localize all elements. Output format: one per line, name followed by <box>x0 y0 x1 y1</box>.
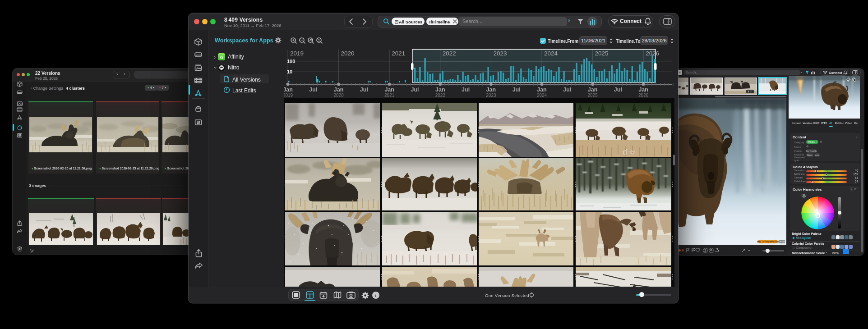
svg-text:Jul: Jul <box>462 87 470 93</box>
svg-text:Jan: Jan <box>638 87 648 93</box>
svg-text:HIGH: HIGH <box>780 241 785 243</box>
svg-text:2025: 2025 <box>587 93 598 98</box>
svg-text:Jan: Jan <box>486 87 496 93</box>
svg-text:2019: 2019 <box>284 93 293 98</box>
svg-text:Jul: Jul <box>309 87 317 93</box>
svg-text:2023: 2023 <box>493 50 507 57</box>
svg-text:2020: 2020 <box>333 93 344 98</box>
svg-text:2026: 2026 <box>638 93 649 98</box>
svg-text:100: 100 <box>287 59 295 64</box>
svg-text:Jan: Jan <box>537 87 547 93</box>
svg-text:2019: 2019 <box>290 50 304 57</box>
svg-text:2022: 2022 <box>443 50 456 57</box>
svg-text:Jan: Jan <box>334 87 344 93</box>
svg-text:Jul: Jul <box>563 87 571 93</box>
svg-text:a: a <box>220 54 223 59</box>
svg-text:Jan: Jan <box>284 87 293 93</box>
svg-text:Jan: Jan <box>384 87 394 93</box>
svg-text:2024: 2024 <box>537 93 547 98</box>
svg-text:10: 10 <box>287 69 292 74</box>
svg-text:2021: 2021 <box>392 50 405 57</box>
svg-text:2023: 2023 <box>486 93 496 98</box>
svg-text:2025: 2025 <box>595 50 609 57</box>
svg-text:3 ♡: 3 ♡ <box>748 90 752 93</box>
svg-text:Jan: Jan <box>435 87 445 93</box>
svg-text:Jul: Jul <box>512 87 521 93</box>
svg-text:2020: 2020 <box>341 50 355 57</box>
svg-text:2022: 2022 <box>435 93 446 98</box>
svg-text:BUILT FROM MASTER: BUILT FROM MASTER <box>757 241 779 243</box>
svg-text:Jul: Jul <box>614 87 622 93</box>
svg-text:Jan: Jan <box>588 87 598 93</box>
svg-text:2021: 2021 <box>384 93 395 98</box>
svg-text:2024: 2024 <box>544 50 558 57</box>
svg-text:Jul: Jul <box>411 87 419 93</box>
svg-text:Jul: Jul <box>360 87 368 93</box>
